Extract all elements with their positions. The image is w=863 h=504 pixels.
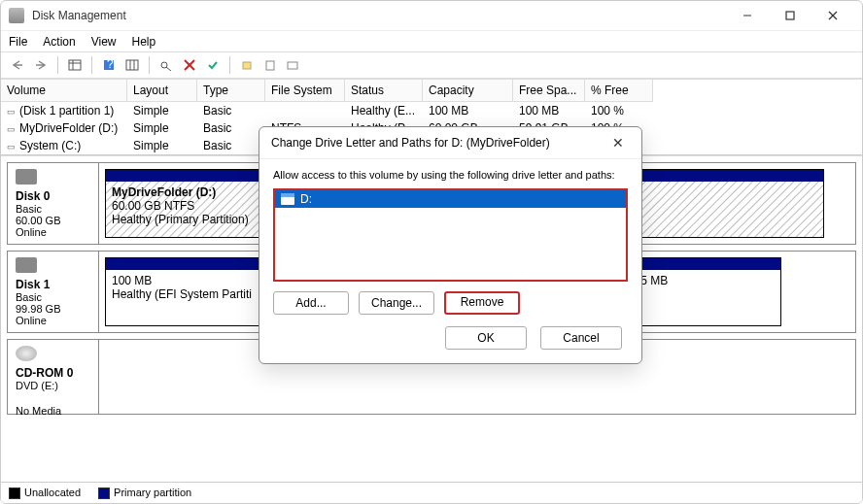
volume-fs (265, 103, 345, 118)
toolbar: ? (1, 51, 862, 79)
disk-size: 99.98 GB (16, 303, 90, 315)
col-type[interactable]: Type (197, 80, 265, 102)
col-pctfree[interactable]: % Free (585, 80, 653, 102)
svg-rect-18 (288, 62, 297, 69)
titlebar: Disk Management (1, 1, 862, 30)
col-filesystem[interactable]: File System (265, 80, 345, 102)
disk-label: Disk 0Basic60.00 GBOnline (8, 163, 99, 244)
cancel-button[interactable]: Cancel (540, 326, 622, 350)
menu-action[interactable]: Action (43, 35, 75, 49)
drive-letter-listbox[interactable]: D: (273, 188, 628, 282)
disk-type: DVD (E:) (16, 380, 90, 391)
window-title: Disk Management (32, 9, 726, 22)
maximize-button[interactable] (769, 2, 811, 29)
minimize-button[interactable] (726, 2, 769, 29)
col-free[interactable]: Free Spa... (513, 80, 585, 102)
selected-drive-text: D: (300, 192, 312, 206)
partition-size: 595 MB (628, 274, 775, 287)
dialog-close-icon[interactable]: ✕ (606, 135, 630, 151)
col-layout[interactable]: Layout (127, 80, 197, 102)
new-icon[interactable] (236, 54, 258, 76)
volume-type: Basic (197, 138, 265, 153)
close-button[interactable] (811, 2, 854, 29)
volume-pctfree: 100 % (585, 103, 653, 118)
disk-name: Disk 1 (16, 278, 90, 291)
col-volume[interactable]: Volume (1, 80, 127, 102)
properties-icon[interactable] (155, 54, 177, 76)
disk-label: Disk 1Basic99.98 GBOnline (8, 252, 99, 332)
legend-swatch-primary (98, 487, 110, 499)
volume-status: Healthy (E... (345, 103, 423, 118)
disk-size: 60.00 GB (16, 215, 90, 226)
dialog-message: Allow access to this volume by using the… (273, 169, 628, 181)
menubar: File Action View Help (1, 30, 862, 51)
ok-button[interactable]: OK (445, 326, 527, 350)
svg-rect-9 (126, 60, 138, 70)
disk-type: Basic (16, 203, 90, 215)
delete-icon[interactable] (179, 54, 200, 76)
svg-rect-17 (266, 61, 274, 70)
dialog-title: Change Drive Letter and Paths for D: (My… (271, 136, 606, 150)
disk-status: No Media (16, 405, 90, 417)
legend-unallocated: Unallocated (24, 487, 81, 498)
volume-layout: Simple (127, 103, 197, 118)
add-button[interactable]: Add... (273, 291, 349, 315)
refresh-icon[interactable] (121, 54, 143, 76)
volume-name: System (C:) (1, 138, 127, 153)
menu-help[interactable]: Help (132, 35, 156, 49)
col-status[interactable]: Status (345, 80, 423, 102)
change-button[interactable]: Change... (359, 291, 434, 315)
disk-status: Online (16, 226, 90, 238)
drive-letter-selected[interactable]: D: (275, 190, 626, 208)
back-icon[interactable] (7, 54, 28, 76)
app-icon (9, 8, 24, 23)
hdd-icon (16, 169, 37, 185)
svg-rect-1 (786, 12, 794, 19)
volume-type: Basic (197, 103, 265, 118)
drive-icon (281, 193, 294, 205)
volume-name: MyDriveFolder (D:) (1, 120, 127, 136)
table-icon[interactable] (64, 54, 86, 76)
menu-view[interactable]: View (91, 35, 117, 49)
volume-header: Volume Layout Type File System Status Ca… (1, 79, 862, 102)
legend-primary: Primary partition (114, 487, 191, 498)
volume-type: Basic (197, 120, 265, 136)
svg-line-13 (166, 67, 171, 71)
svg-rect-4 (69, 60, 81, 70)
change-drive-letter-dialog: Change Drive Letter and Paths for D: (My… (259, 126, 642, 364)
svg-text:?: ? (107, 58, 114, 71)
disk-label: CD-ROM 0DVD (E:)No Media (8, 340, 99, 414)
col-capacity[interactable]: Capacity (423, 80, 513, 102)
volume-layout: Simple (127, 138, 197, 153)
disc-icon (16, 346, 37, 361)
legend: Unallocated Primary partition (1, 482, 862, 503)
help-icon[interactable]: ? (98, 54, 120, 76)
volume-capacity: 100 MB (423, 103, 513, 118)
paste-icon[interactable] (259, 54, 281, 76)
action-icon[interactable] (283, 54, 304, 76)
disk-type: Basic (16, 291, 90, 303)
volume-free: 100 MB (513, 103, 585, 118)
remove-button[interactable]: Remove (444, 291, 520, 315)
svg-rect-16 (243, 62, 251, 69)
forward-icon[interactable] (30, 54, 52, 76)
hdd-icon (16, 257, 37, 273)
volume-name: (Disk 1 partition 1) (1, 103, 127, 118)
partition-bar (622, 258, 780, 270)
menu-file[interactable]: File (9, 35, 27, 49)
volume-row[interactable]: (Disk 1 partition 1)SimpleBasicHealthy (… (1, 102, 862, 119)
check-icon[interactable] (202, 54, 224, 76)
partition[interactable]: 595 MB (621, 257, 781, 326)
disk-name: Disk 0 (16, 189, 90, 203)
disk-name: CD-ROM 0 (16, 366, 90, 380)
volume-layout: Simple (127, 120, 197, 136)
disk-status: Online (16, 315, 90, 326)
legend-swatch-unallocated (9, 487, 20, 499)
